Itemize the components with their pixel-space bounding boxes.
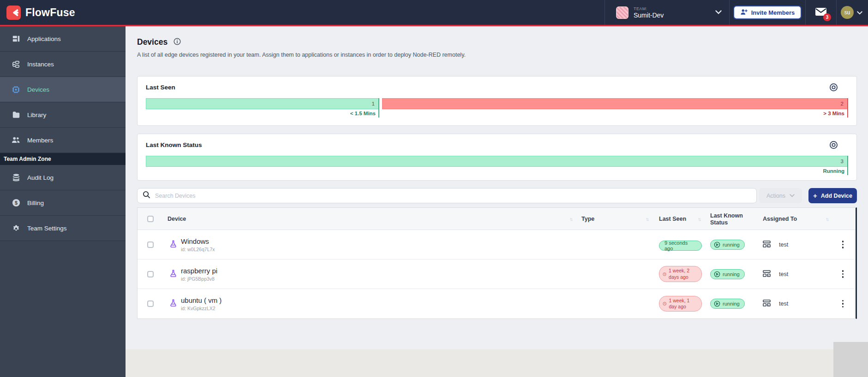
play-circle-icon	[714, 242, 720, 248]
last-known-status-card: Last Known Status 3 Running	[137, 134, 857, 181]
members-icon	[12, 136, 20, 145]
bar-segment-stale: 2 > 3 Mins	[382, 98, 848, 118]
scrollbar-corner	[833, 342, 868, 377]
last-seen-badge: 9 seconds ago	[659, 241, 702, 251]
last-seen-badge: 1 week, 1 day ago	[659, 296, 702, 312]
bar-label: < 1.5 Mins	[146, 109, 378, 118]
assigned-to-link[interactable]: test	[779, 242, 788, 248]
page-bottom-band	[126, 349, 868, 377]
folder-icon	[12, 111, 20, 119]
invite-members-button[interactable]: Invite Members	[733, 6, 802, 19]
last-known-status-card-title: Last Known Status	[146, 141, 848, 148]
application-icon	[763, 241, 771, 249]
table-row[interactable]: ubuntu ( vm ) id: KvGpkzzLX2 1 week, 1 d…	[138, 289, 856, 318]
column-header-device: Device	[168, 216, 186, 222]
sort-icon[interactable]: ↑↓	[646, 216, 650, 222]
plus-icon: +	[813, 192, 817, 200]
user-menu[interactable]: su	[837, 0, 868, 25]
row-checkbox[interactable]	[147, 300, 154, 307]
sidebar-item-devices[interactable]: Devices	[0, 77, 126, 102]
play-circle-icon	[714, 300, 720, 307]
last-seen-badge: 1 week, 2 days ago	[659, 266, 702, 282]
instances-icon	[12, 60, 20, 69]
table-row[interactable]: Windows id: w0L26q7L7x 9 seconds ago run…	[138, 230, 856, 259]
eye-icon[interactable]	[829, 83, 838, 94]
application-icon	[763, 270, 771, 278]
table-header-row: Device↑↓ Type↑↓ Last Seen↑↓ Last Known S…	[138, 208, 856, 230]
page-description: A list of all edge devices registered in…	[137, 52, 466, 58]
sidebar-item-audit-log[interactable]: Audit Log	[0, 165, 126, 190]
bar-value: 1	[146, 98, 378, 109]
sidebar-item-label: Team Settings	[27, 225, 67, 232]
page-title: Devices	[137, 37, 168, 47]
device-name[interactable]: raspberry pi	[181, 267, 217, 275]
row-kebab-menu[interactable]	[840, 268, 846, 280]
sidebar-item-label: Library	[27, 112, 46, 118]
bar-segment-running: 3 Running	[146, 156, 848, 175]
gear-icon	[12, 224, 20, 233]
bar-value: 3	[146, 156, 847, 167]
sort-icon[interactable]: ↑↓	[569, 216, 574, 222]
last-known-status-bar-chart: 3 Running	[146, 156, 848, 175]
row-kebab-menu[interactable]	[840, 298, 846, 310]
bar-segment-recent: 1 < 1.5 Mins	[146, 98, 379, 118]
clock-icon	[663, 301, 667, 306]
team-selector[interactable]: TEAM: Sumit-Dev	[605, 0, 729, 25]
assigned-to-link[interactable]: test	[779, 300, 788, 307]
svg-text:$: $	[15, 200, 18, 206]
bar-label: > 3 Mins	[382, 109, 847, 118]
search-input[interactable]	[155, 193, 617, 199]
chevron-down-icon	[715, 9, 722, 16]
sidebar-item-instances[interactable]: Instances	[0, 52, 126, 77]
sidebar-item-label: Applications	[27, 35, 61, 42]
add-device-button[interactable]: + Add Device	[808, 188, 857, 203]
last-seen-bar-chart: 1 < 1.5 Mins 2 > 3 Mins	[146, 98, 848, 118]
actions-button[interactable]: Actions	[759, 188, 802, 203]
sidebar-item-label: Members	[27, 137, 53, 144]
sidebar-navigation: Applications Instances Devices Library M…	[0, 26, 126, 377]
flowfuse-brand[interactable]: FlowFuse	[6, 6, 75, 20]
notifications-button[interactable]: 3	[806, 0, 836, 25]
sidebar-item-label: Audit Log	[27, 174, 54, 181]
sort-icon[interactable]: ↑↓	[826, 216, 830, 222]
device-name[interactable]: ubuntu ( vm )	[181, 296, 221, 304]
application-icon	[763, 300, 771, 308]
status-badge: running	[710, 269, 745, 279]
sidebar-item-label: Billing	[27, 200, 44, 206]
device-id: id: jPG5Bpp3v8	[181, 276, 217, 282]
sidebar-item-team-settings[interactable]: Team Settings	[0, 216, 126, 241]
select-all-checkbox[interactable]	[147, 216, 154, 222]
dollar-circle-icon: $	[12, 199, 20, 207]
search-icon	[143, 191, 150, 200]
device-name[interactable]: Windows	[181, 237, 215, 245]
info-icon[interactable]	[174, 38, 181, 47]
row-kebab-menu[interactable]	[840, 239, 846, 250]
sidebar-item-applications[interactable]: Applications	[0, 26, 126, 52]
column-header-last-known-status: Last Known Status	[710, 212, 748, 226]
developer-mode-flask-icon	[170, 270, 177, 279]
sort-icon[interactable]: ↑↓	[698, 216, 702, 222]
sidebar-item-label: Instances	[27, 61, 54, 68]
team-admin-zone-header: Team Admin Zone	[0, 153, 126, 165]
clock-icon	[663, 271, 666, 277]
sidebar-item-library[interactable]: Library	[0, 102, 126, 128]
assigned-to-link[interactable]: test	[779, 271, 788, 277]
team-label: TEAM:	[634, 6, 664, 11]
sidebar-item-billing[interactable]: $ Billing	[0, 190, 126, 216]
eye-icon[interactable]	[829, 141, 838, 151]
user-add-icon	[740, 9, 748, 17]
devices-chip-icon	[12, 85, 20, 94]
table-row[interactable]: raspberry pi id: jPG5Bpp3v8 1 week, 2 da…	[138, 259, 856, 289]
developer-mode-flask-icon	[170, 240, 177, 249]
sidebar-item-members[interactable]: Members	[0, 128, 126, 153]
last-seen-card-title: Last Seen	[146, 84, 848, 91]
notification-badge: 3	[823, 13, 831, 21]
row-checkbox[interactable]	[147, 242, 154, 248]
device-id: id: KvGpkzzLX2	[181, 306, 221, 311]
status-badge: running	[710, 240, 745, 250]
row-checkbox[interactable]	[147, 271, 154, 277]
bar-label: Running	[146, 167, 847, 175]
last-seen-card: Last Seen 1 < 1.5 Mins 2 > 3 Mins	[137, 76, 857, 126]
flowfuse-logo-icon	[6, 6, 21, 20]
applications-icon	[12, 35, 20, 43]
